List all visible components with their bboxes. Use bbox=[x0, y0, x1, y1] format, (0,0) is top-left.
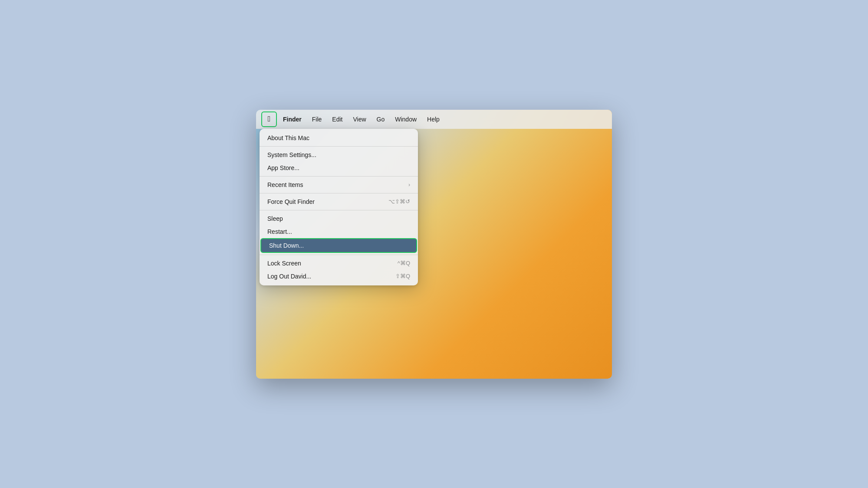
menu-item-log-out-label: Log Out David... bbox=[267, 273, 395, 280]
menubar-help[interactable]: Help bbox=[423, 114, 444, 124]
menu-item-about-label: About This Mac bbox=[267, 134, 410, 141]
menu-item-recent-items-label: Recent Items bbox=[267, 181, 408, 188]
log-out-shortcut: ⇧⌘Q bbox=[395, 273, 410, 279]
menubar-finder[interactable]: Finder bbox=[279, 114, 306, 124]
menu-item-app-store[interactable]: App Store... bbox=[260, 161, 418, 174]
menu-item-force-quit-label: Force Quit Finder bbox=[267, 198, 388, 205]
separator-5 bbox=[260, 255, 418, 255]
menubar-go[interactable]: Go bbox=[372, 114, 389, 124]
menu-item-app-store-label: App Store... bbox=[267, 164, 410, 171]
menubar-edit[interactable]: Edit bbox=[328, 114, 347, 124]
screen-wrapper:  Finder File Edit View Go Window Help A… bbox=[256, 110, 612, 379]
apple-dropdown-menu: About This Mac System Settings... App St… bbox=[260, 129, 418, 285]
recent-items-arrow: › bbox=[408, 182, 410, 188]
apple-menu-button[interactable]:  bbox=[261, 111, 277, 127]
menu-item-recent-items[interactable]: Recent Items › bbox=[260, 178, 418, 191]
menubar-view[interactable]: View bbox=[349, 114, 370, 124]
separator-3 bbox=[260, 193, 418, 193]
menu-item-shut-down-label: Shut Down... bbox=[269, 242, 408, 249]
menu-item-restart-label: Restart... bbox=[267, 228, 410, 235]
menu-item-lock-screen[interactable]: Lock Screen ^⌘Q bbox=[260, 257, 418, 270]
separator-4 bbox=[260, 210, 418, 210]
menu-item-system-settings[interactable]: System Settings... bbox=[260, 148, 418, 161]
menu-item-lock-screen-label: Lock Screen bbox=[267, 260, 398, 267]
apple-icon:  bbox=[268, 115, 271, 124]
menubar-file[interactable]: File bbox=[308, 114, 326, 124]
menu-item-sleep[interactable]: Sleep bbox=[260, 212, 418, 225]
lock-screen-shortcut: ^⌘Q bbox=[398, 260, 410, 266]
menu-item-force-quit[interactable]: Force Quit Finder ⌥⇧⌘↺ bbox=[260, 195, 418, 208]
menubar-window[interactable]: Window bbox=[391, 114, 421, 124]
menu-item-restart[interactable]: Restart... bbox=[260, 225, 418, 238]
menu-item-log-out[interactable]: Log Out David... ⇧⌘Q bbox=[260, 270, 418, 283]
separator-2 bbox=[260, 176, 418, 177]
force-quit-shortcut: ⌥⇧⌘↺ bbox=[388, 198, 410, 205]
menu-item-about[interactable]: About This Mac bbox=[260, 131, 418, 144]
separator-1 bbox=[260, 146, 418, 147]
menu-item-system-settings-label: System Settings... bbox=[267, 151, 410, 158]
menu-item-sleep-label: Sleep bbox=[267, 215, 410, 222]
menubar:  Finder File Edit View Go Window Help bbox=[256, 110, 612, 129]
menu-item-shut-down[interactable]: Shut Down... bbox=[260, 238, 417, 253]
